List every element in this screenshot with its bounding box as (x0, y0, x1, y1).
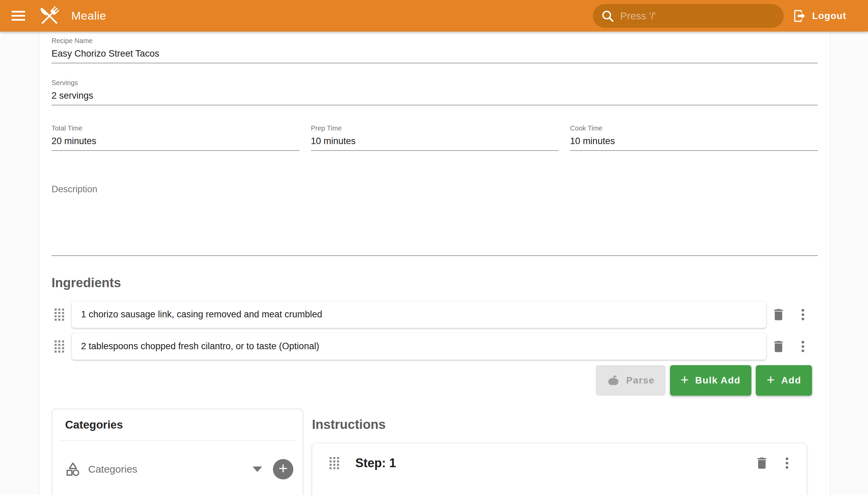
categories-card-title: Categories (52, 418, 303, 432)
fork-knife-logo-icon (37, 3, 62, 29)
field-underline (52, 105, 818, 105)
categories-card: Categories Categories + (52, 409, 304, 495)
ingredient-row: 2 tablespoons chopped fresh cilantro, or… (52, 333, 818, 360)
field-underline (52, 150, 300, 151)
plus-icon: + (681, 373, 689, 387)
description-field[interactable]: Description (52, 184, 818, 256)
drag-handle-icon[interactable] (55, 340, 64, 353)
trash-icon[interactable] (771, 339, 786, 354)
parse-label: Parse (626, 375, 655, 386)
ingredients-heading: Ingredients (52, 275, 818, 291)
description-label: Description (52, 184, 818, 195)
bulk-add-button[interactable]: + Bulk Add (670, 365, 752, 396)
kebab-menu-icon[interactable] (796, 339, 810, 354)
prep-time-field: Prep Time 10 minutes (311, 124, 559, 151)
categories-select-label: Categories (88, 463, 137, 475)
search-icon (600, 9, 615, 23)
step-card: Step: 1 Combine (312, 443, 807, 495)
servings-label: Servings (52, 78, 818, 87)
servings-input[interactable]: 2 servings (52, 90, 818, 101)
recipe-name-input[interactable]: Easy Chorizo Street Tacos (52, 48, 818, 59)
field-underline (52, 255, 818, 256)
parse-button[interactable]: Parse (596, 365, 666, 396)
total-time-label: Total Time (52, 124, 300, 133)
ingredients-list: 1 chorizo sausage link, casing removed a… (52, 302, 818, 360)
search-input[interactable]: Press '/' (593, 4, 784, 28)
field-underline (570, 150, 818, 151)
step-title: Step: 1 (355, 456, 396, 470)
plus-circle-icon[interactable]: + (273, 459, 293, 479)
description-input[interactable] (52, 195, 818, 252)
app-title: Mealie (71, 9, 106, 22)
ingredient-row: 1 chorizo sausage link, casing removed a… (52, 302, 818, 328)
ingredient-input[interactable]: 1 chorizo sausage link, casing removed a… (71, 302, 766, 328)
cook-time-input[interactable]: 10 minutes (570, 135, 818, 147)
menu-icon[interactable] (9, 6, 28, 25)
kebab-menu-icon[interactable] (796, 307, 810, 322)
recipe-editor-card: Recipe Name Easy Chorizo Street Tacos Se… (39, 32, 830, 495)
drag-handle-icon[interactable] (329, 457, 339, 469)
logout-icon (793, 9, 806, 23)
drag-handle-icon[interactable] (55, 309, 64, 321)
trash-icon[interactable] (771, 307, 786, 322)
field-underline (52, 63, 818, 63)
ingredient-actions (766, 307, 818, 322)
cook-time-field: Cook Time 10 minutes (570, 124, 818, 151)
field-underline (311, 150, 559, 151)
step-actions (754, 456, 795, 471)
prep-time-label: Prep Time (311, 124, 559, 133)
instructions-section: Instructions Step: 1 (312, 409, 818, 495)
add-label: Add (781, 375, 801, 386)
logout-button[interactable]: Logout (790, 5, 848, 27)
logout-label: Logout (812, 11, 846, 21)
servings-field: Servings 2 servings (52, 78, 818, 105)
ingredient-input[interactable]: 2 tablespoons chopped fresh cilantro, or… (71, 333, 766, 360)
ingredients-toolbar: Parse + Bulk Add + Add (52, 365, 818, 396)
recipe-name-label: Recipe Name (52, 36, 818, 45)
bottom-columns: Categories Categories + Instructions (52, 409, 818, 495)
apple-icon (607, 374, 620, 387)
bulk-add-label: Bulk Add (695, 375, 741, 386)
total-time-field: Total Time 20 minutes (52, 124, 300, 151)
app-bar: Mealie Press '/' Logout (0, 0, 868, 32)
plus-icon: + (767, 373, 775, 387)
categories-select[interactable]: Categories + (52, 441, 303, 479)
add-button[interactable]: + Add (756, 365, 812, 396)
trash-icon[interactable] (754, 456, 769, 471)
step-header: Step: 1 (326, 455, 795, 471)
instructions-heading: Instructions (312, 417, 818, 432)
cook-time-label: Cook Time (570, 124, 818, 133)
shapes-icon (65, 461, 81, 477)
total-time-input[interactable]: 20 minutes (52, 135, 300, 147)
times-row: Total Time 20 minutes Prep Time 10 minut… (52, 124, 818, 151)
plus-glyph: + (279, 460, 288, 476)
search-placeholder: Press '/' (620, 10, 656, 22)
chevron-down-icon[interactable] (253, 466, 262, 472)
recipe-name-field: Recipe Name Easy Chorizo Street Tacos (52, 36, 818, 63)
prep-time-input[interactable]: 10 minutes (311, 135, 559, 147)
kebab-menu-icon[interactable] (780, 456, 795, 471)
ingredient-actions (766, 339, 818, 354)
